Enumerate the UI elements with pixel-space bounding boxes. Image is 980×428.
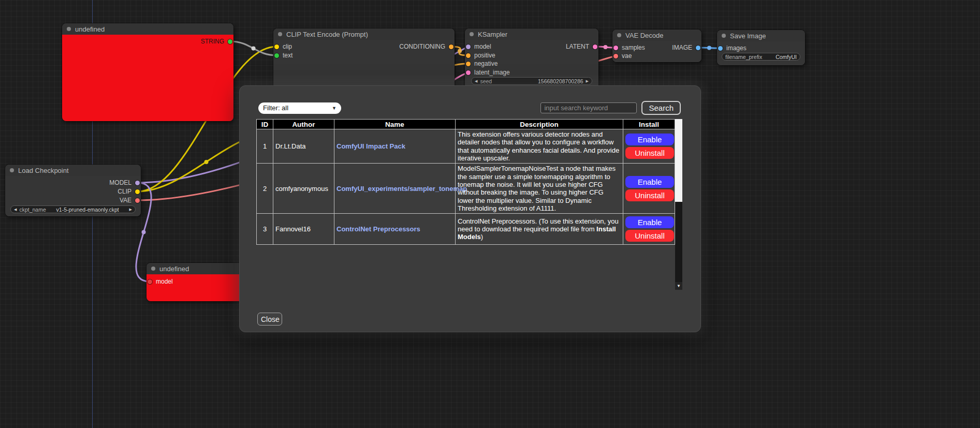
extension-row: 3 Fannovel16 ControlNet Preprocessors Co… — [257, 214, 675, 245]
text-input-port[interactable] — [274, 53, 279, 58]
uninstall-button[interactable]: Uninstall — [625, 189, 674, 201]
node-save-image[interactable]: Save Image images filename_prefix ComfyU… — [717, 30, 805, 65]
node-title-bar[interactable]: Save Image — [717, 30, 805, 41]
filename-prefix-widget[interactable]: filename_prefix ComfyUI — [722, 53, 800, 61]
slot-label: text — [283, 52, 292, 59]
input-slot-positive[interactable]: positive — [466, 52, 495, 59]
node-title: undefined — [159, 265, 189, 273]
negative-input-port[interactable] — [466, 62, 471, 66]
ckpt-name-widget[interactable]: ◀ ckpt_name v1-5-pruned-emaonly.ckpt ▶ — [10, 205, 136, 213]
node-ksampler[interactable]: KSampler model positive negative latent_… — [465, 28, 598, 91]
string-output-port[interactable] — [228, 39, 232, 44]
slot-label: samples — [622, 44, 645, 51]
uninstall-button[interactable]: Uninstall — [625, 147, 674, 159]
collapse-dot-icon[interactable] — [722, 34, 726, 38]
samples-input-port[interactable] — [613, 46, 618, 50]
model-input-port[interactable] — [466, 45, 471, 49]
conditioning-output-port[interactable] — [449, 45, 454, 49]
collapse-dot-icon[interactable] — [470, 32, 474, 36]
close-button[interactable]: Close — [257, 313, 282, 326]
vae-output-port[interactable] — [135, 198, 140, 203]
arrow-left-icon[interactable]: ◀ — [475, 79, 477, 83]
output-slot-latent[interactable]: LATENT — [566, 43, 597, 50]
collapse-dot-icon[interactable] — [617, 33, 621, 37]
input-slot-samples[interactable]: samples — [613, 44, 645, 51]
input-slot-clip[interactable]: clip — [274, 43, 292, 50]
scroll-down-icon[interactable]: ▼ — [675, 282, 682, 290]
node-undefined-bottom[interactable]: undefined model — [147, 263, 250, 301]
arrow-left-icon[interactable]: ◀ — [14, 208, 17, 212]
node-title-bar[interactable]: Load Checkpoint — [5, 165, 141, 176]
input-slot-model[interactable]: model — [466, 43, 491, 50]
uninstall-button[interactable]: Uninstall — [625, 230, 674, 242]
collapse-dot-icon[interactable] — [10, 168, 14, 172]
link-dot — [204, 160, 209, 164]
search-input[interactable] — [540, 102, 637, 113]
model-output-port[interactable] — [135, 181, 140, 185]
output-slot-image[interactable]: IMAGE — [672, 44, 700, 51]
enable-button[interactable]: Enable — [625, 134, 674, 145]
image-output-port[interactable] — [696, 46, 700, 50]
arrow-right-icon[interactable]: ▶ — [129, 208, 132, 212]
slot-label: model — [156, 278, 173, 285]
scrollbar-thumb[interactable] — [675, 119, 682, 202]
output-slot-clip[interactable]: CLIP — [118, 188, 140, 195]
input-slot-vae[interactable]: vae — [613, 52, 632, 60]
model-input-port[interactable] — [148, 279, 152, 284]
extension-author: Fannovel16 — [273, 214, 334, 245]
positive-input-port[interactable] — [466, 53, 471, 58]
slot-label: IMAGE — [672, 44, 692, 51]
output-slot-model[interactable]: MODEL — [109, 179, 140, 186]
header-install: Install — [623, 120, 675, 129]
link-dot — [604, 45, 608, 49]
widget-label: seed — [480, 78, 492, 84]
header-name: Name — [334, 120, 456, 129]
node-title-bar[interactable]: undefined — [147, 263, 250, 274]
output-slot-conditioning[interactable]: CONDITIONING — [399, 43, 454, 50]
extension-name-link[interactable]: ControlNet Preprocessors — [337, 225, 420, 233]
node-title-bar[interactable]: undefined — [62, 23, 233, 35]
link-dot — [707, 46, 711, 50]
collapse-dot-icon[interactable] — [67, 27, 71, 31]
scrollbar[interactable]: ▼ — [675, 119, 682, 290]
input-slot-model[interactable]: model — [148, 278, 173, 285]
header-author: Author — [273, 120, 334, 129]
collapse-dot-icon[interactable] — [278, 32, 282, 36]
widget-value: ComfyUI — [765, 54, 797, 60]
extension-name-link[interactable]: ComfyUI_experiments/sampler_tonemap — [337, 185, 467, 193]
filter-select[interactable]: Filter: all ▼ — [258, 102, 341, 114]
node-undefined-top[interactable]: undefined STRING — [62, 23, 233, 121]
node-body: model — [147, 274, 250, 301]
output-slot-vae[interactable]: VAE — [120, 197, 140, 204]
node-canvas[interactable]: undefined STRING CLIP Text Encode (Promp… — [0, 0, 980, 428]
output-slot-string[interactable]: STRING — [201, 38, 232, 45]
node-title-bar[interactable]: CLIP Text Encode (Prompt) — [273, 28, 455, 40]
collapse-dot-icon[interactable] — [151, 267, 155, 271]
node-title: VAE Decode — [625, 32, 663, 39]
images-input-port[interactable] — [718, 46, 723, 51]
slot-label: images — [726, 45, 747, 52]
node-vae-decode[interactable]: VAE Decode samples vae IMAGE — [612, 29, 701, 62]
input-slot-latent-image[interactable]: latent_image — [466, 69, 510, 76]
slot-label: positive — [474, 52, 495, 59]
slot-label: VAE — [120, 197, 131, 204]
arrow-right-icon[interactable]: ▶ — [586, 79, 589, 83]
enable-button[interactable]: Enable — [625, 176, 674, 188]
search-button[interactable]: Search — [641, 101, 681, 115]
enable-button[interactable]: Enable — [625, 216, 674, 228]
input-slot-text[interactable]: text — [274, 52, 292, 59]
extension-name-link[interactable]: ComfyUI Impact Pack — [337, 142, 405, 150]
node-load-checkpoint[interactable]: Load Checkpoint MODEL CLIP VAE ◀ ckpt_na… — [5, 165, 141, 216]
clip-output-port[interactable] — [135, 189, 140, 194]
vae-input-port[interactable] — [613, 54, 618, 58]
node-title-bar[interactable]: KSampler — [465, 28, 598, 40]
input-slot-negative[interactable]: negative — [466, 60, 498, 67]
node-title-bar[interactable]: VAE Decode — [612, 29, 701, 41]
seed-widget[interactable]: ◀ seed 156680208700286 ▶ — [471, 77, 592, 85]
latent-output-port[interactable] — [593, 45, 597, 49]
extension-install-cell: Enable Uninstall — [623, 164, 675, 214]
input-slot-images[interactable]: images — [718, 45, 747, 52]
node-body: STRING — [62, 35, 233, 121]
clip-input-port[interactable] — [274, 45, 279, 49]
latent-input-port[interactable] — [466, 70, 471, 75]
